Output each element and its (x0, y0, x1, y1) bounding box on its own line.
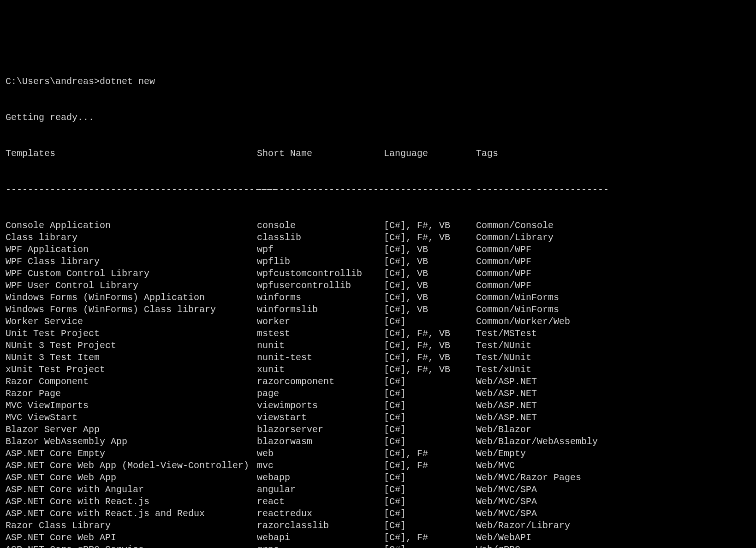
cell-shortname: xunit (257, 364, 384, 376)
cell-tags: Web/Razor/Library (476, 520, 750, 532)
table-row: NUnit 3 Test Projectnunit[C#], F#, VBTes… (6, 340, 750, 352)
table-row: NUnit 3 Test Itemnunit-test[C#], F#, VBT… (6, 352, 750, 364)
cell-shortname: page (257, 388, 384, 400)
cell-language: [C#] (384, 520, 476, 532)
cell-shortname: wpflib (257, 256, 384, 268)
cell-tags: Common/Console (476, 220, 750, 232)
cell-language: [C#] (384, 316, 476, 328)
cell-language: [C#], F#, VB (384, 220, 476, 232)
cell-shortname: blazorwasm (257, 436, 384, 448)
cell-templates: Razor Page (6, 388, 257, 400)
cell-templates: Razor Class Library (6, 520, 257, 532)
terminal-output: C:\Users\andreas>dotnet new Getting read… (6, 52, 750, 548)
cell-shortname: blazorserver (257, 424, 384, 436)
cell-tags: Common/WinForms (476, 292, 750, 304)
cell-language: [C#] (384, 388, 476, 400)
cell-templates: ASP.NET Core Empty (6, 448, 257, 460)
header-shortname: Short Name (257, 148, 384, 160)
cell-templates: WPF User Control Library (6, 280, 257, 292)
table-row: Blazor Server Appblazorserver[C#]Web/Bla… (6, 424, 750, 436)
cell-language: [C#], F#, VB (384, 352, 476, 364)
table-row: MVC ViewImportsviewimports[C#]Web/ASP.NE… (6, 400, 750, 412)
cell-tags: Web/ASP.NET (476, 400, 750, 412)
table-row: ASP.NET Core Web Appwebapp[C#]Web/MVC/Ra… (6, 472, 750, 484)
table-row: ASP.NET Core Web App (Model-View-Control… (6, 460, 750, 472)
table-row: ASP.NET Core with React.jsreact[C#]Web/M… (6, 496, 750, 508)
cell-templates: Windows Forms (WinForms) Class library (6, 304, 257, 316)
header-templates: Templates (6, 148, 257, 160)
cell-language: [C#] (384, 472, 476, 484)
cell-templates: Console Application (6, 220, 257, 232)
cell-language: [C#], F#, VB (384, 364, 476, 376)
cell-language: [C#], VB (384, 304, 476, 316)
cell-tags: Web/WebAPI (476, 532, 750, 544)
divider-language: ---------------- (384, 184, 476, 196)
cell-language: [C#], VB (384, 292, 476, 304)
divider-row: ----------------------------------------… (6, 184, 750, 196)
cell-language: [C#] (384, 376, 476, 388)
divider-templates: ----------------------------------------… (6, 184, 257, 196)
cell-language: [C#], VB (384, 280, 476, 292)
cell-tags: Common/Library (476, 232, 750, 244)
table-row: xUnit Test Projectxunit[C#], F#, VBTest/… (6, 364, 750, 376)
cell-tags: Web/MVC/SPA (476, 508, 750, 520)
cell-tags: Test/NUnit (476, 340, 750, 352)
cell-tags: Common/WPF (476, 244, 750, 256)
cell-templates: ASP.NET Core gRPC Service (6, 544, 257, 548)
cell-tags: Web/Empty (476, 448, 750, 460)
cell-language: [C#] (384, 496, 476, 508)
cell-shortname: mvc (257, 460, 384, 472)
cell-shortname: viewimports (257, 400, 384, 412)
cell-shortname: razorclasslib (257, 520, 384, 532)
cell-language: [C#], F# (384, 460, 476, 472)
cell-shortname: webapi (257, 532, 384, 544)
cell-tags: Common/WinForms (476, 304, 750, 316)
cell-shortname: winformslib (257, 304, 384, 316)
cell-tags: Test/NUnit (476, 352, 750, 364)
table-row: ASP.NET Core Web APIwebapi[C#], F#Web/We… (6, 532, 750, 544)
cell-language: [C#], F#, VB (384, 328, 476, 340)
cell-language: [C#], VB (384, 244, 476, 256)
cell-language: [C#], F#, VB (384, 232, 476, 244)
divider-shortname: ----------------------- (257, 184, 384, 196)
cell-language: [C#], VB (384, 256, 476, 268)
cell-shortname: mstest (257, 328, 384, 340)
cell-shortname: wpf (257, 244, 384, 256)
cell-templates: Blazor Server App (6, 424, 257, 436)
cell-shortname: webapp (257, 472, 384, 484)
cell-templates: ASP.NET Core Web App (6, 472, 257, 484)
cell-tags: Common/WPF (476, 280, 750, 292)
cell-templates: ASP.NET Core with Angular (6, 484, 257, 496)
table-row: WPF Class librarywpflib[C#], VBCommon/WP… (6, 256, 750, 268)
cell-tags: Web/ASP.NET (476, 388, 750, 400)
cell-tags: Web/MVC/SPA (476, 484, 750, 496)
command-prompt-line: C:\Users\andreas>dotnet new (6, 76, 750, 88)
table-row: MVC ViewStartviewstart[C#]Web/ASP.NET (6, 412, 750, 424)
cell-templates: NUnit 3 Test Project (6, 340, 257, 352)
cell-tags: Web/gRPC (476, 544, 750, 548)
cell-language: [C#] (384, 484, 476, 496)
cell-templates: Worker Service (6, 316, 257, 328)
cell-shortname: worker (257, 316, 384, 328)
cell-tags: Test/xUnit (476, 364, 750, 376)
table-row: Razor Pagepage[C#]Web/ASP.NET (6, 388, 750, 400)
cell-tags: Web/ASP.NET (476, 412, 750, 424)
cell-templates: Unit Test Project (6, 328, 257, 340)
header-row: Templates Short Name Language Tags (6, 148, 750, 160)
cell-language: [C#], F# (384, 532, 476, 544)
cell-language: [C#] (384, 436, 476, 448)
cell-tags: Web/MVC/Razor Pages (476, 472, 750, 484)
cell-templates: MVC ViewImports (6, 400, 257, 412)
cell-templates: ASP.NET Core with React.js (6, 496, 257, 508)
cell-language: [C#] (384, 508, 476, 520)
table-row: Console Applicationconsole[C#], F#, VBCo… (6, 220, 750, 232)
cell-templates: xUnit Test Project (6, 364, 257, 376)
table-row: Worker Serviceworker[C#]Common/Worker/We… (6, 316, 750, 328)
template-rows: Console Applicationconsole[C#], F#, VBCo… (6, 220, 750, 548)
cell-tags: Common/WPF (476, 256, 750, 268)
cell-tags: Web/MVC (476, 460, 750, 472)
header-tags: Tags (476, 148, 750, 160)
cell-tags: Web/Blazor (476, 424, 750, 436)
cell-shortname: razorcomponent (257, 376, 384, 388)
cell-shortname: reactredux (257, 508, 384, 520)
